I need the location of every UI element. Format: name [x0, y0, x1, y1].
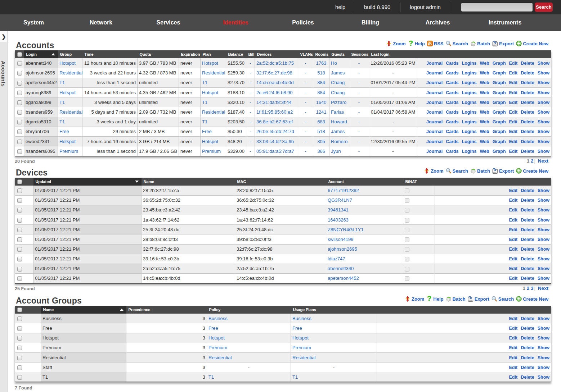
svg-text:?: ? [409, 41, 413, 46]
svg-text:?: ? [427, 296, 432, 302]
